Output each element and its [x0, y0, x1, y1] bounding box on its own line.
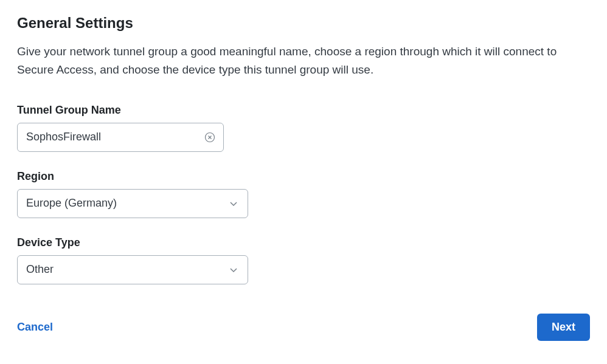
region-select[interactable]: Europe (Germany): [17, 189, 248, 218]
region-field: Region Europe (Germany): [17, 170, 590, 218]
cancel-button[interactable]: Cancel: [17, 321, 53, 334]
region-selected-value: Europe (Germany): [26, 197, 117, 210]
footer: Cancel Next: [17, 314, 590, 341]
device-type-label: Device Type: [17, 236, 590, 249]
device-type-selected-value: Other: [26, 263, 54, 276]
clear-input-icon[interactable]: [204, 132, 215, 143]
region-label: Region: [17, 170, 590, 183]
device-type-select[interactable]: Other: [17, 255, 248, 284]
tunnel-group-name-label: Tunnel Group Name: [17, 104, 590, 117]
page-description: Give your network tunnel group a good me…: [17, 43, 589, 80]
tunnel-group-name-input[interactable]: [17, 123, 224, 152]
next-button[interactable]: Next: [537, 314, 590, 341]
tunnel-group-name-field: Tunnel Group Name: [17, 104, 590, 152]
device-type-field: Device Type Other: [17, 236, 590, 284]
page-title: General Settings: [17, 15, 590, 32]
